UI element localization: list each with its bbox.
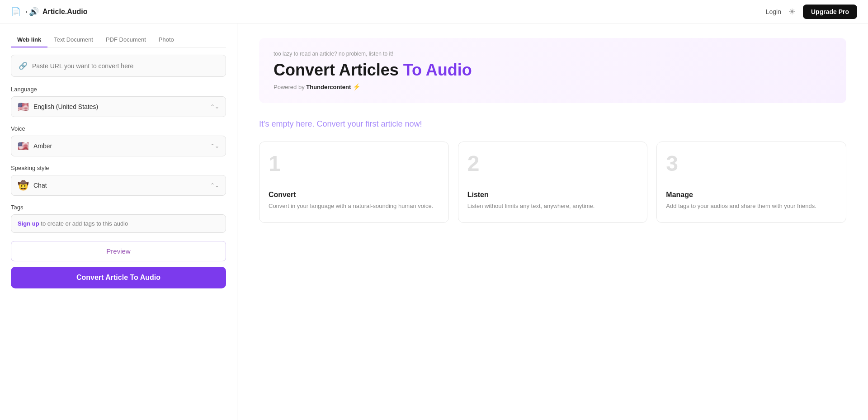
speaking-style-label: Speaking style: [11, 165, 226, 171]
language-section: Language 🇺🇸 English (United States) ⌃⌄: [11, 86, 226, 117]
tags-label: Tags: [11, 204, 226, 211]
voice-select-wrapper[interactable]: 🇺🇸 Amber ⌃⌄: [11, 136, 226, 156]
card-desc-listen: Listen without limits any text, anywhere…: [467, 202, 638, 211]
link-icon: 🔗: [19, 61, 28, 70]
main-layout: Web link Text Document PDF Document Phot…: [0, 24, 868, 420]
hero-title-purple: To Audio: [403, 61, 472, 79]
url-input-wrapper: 🔗: [11, 55, 226, 77]
hero-title: Convert Articles To Audio: [274, 61, 832, 80]
card-title-convert: Convert: [269, 191, 439, 199]
hero-banner: too lazy to read an article? no problem,…: [259, 38, 846, 103]
logo-text: Article.Audio: [42, 8, 88, 16]
hero-tagline: too lazy to read an article? no problem,…: [274, 51, 832, 57]
voice-chevron-icon: ⌃⌄: [210, 143, 219, 149]
right-panel: too lazy to read an article? no problem,…: [237, 24, 868, 420]
thunder-emoji: ⚡: [353, 83, 360, 90]
hero-title-black: Convert Articles: [274, 61, 399, 79]
speaking-style-emoji: 🤠: [18, 180, 29, 191]
feature-cards: 1 Convert Convert in your language with …: [259, 142, 846, 223]
empty-state-message: It's empty here. Convert your first arti…: [259, 119, 846, 129]
tab-web-link[interactable]: Web link: [11, 33, 47, 47]
voice-label: Voice: [11, 125, 226, 132]
powered-by-label: Powered by: [274, 84, 305, 90]
language-select[interactable]: English (United States): [33, 103, 206, 110]
feature-card-convert: 1 Convert Convert in your language with …: [259, 142, 449, 223]
tags-box: Sign up to create or add tags to this au…: [11, 214, 226, 233]
card-title-listen: Listen: [467, 191, 638, 199]
tags-description: to create or add tags to this audio: [39, 220, 128, 227]
language-chevron-icon: ⌃⌄: [210, 104, 219, 110]
input-type-tabs: Web link Text Document PDF Document Phot…: [11, 33, 226, 47]
left-panel: Web link Text Document PDF Document Phot…: [0, 24, 237, 420]
speaking-style-chevron-icon: ⌃⌄: [210, 182, 219, 189]
feature-card-listen: 2 Listen Listen without limits any text,…: [458, 142, 648, 223]
feature-card-manage: 3 Manage Add tags to your audios and sha…: [656, 142, 846, 223]
language-flag: 🇺🇸: [18, 101, 29, 112]
header: 📄→🔊 Article.Audio Login ☀ Upgrade Pro: [0, 0, 868, 24]
speaking-style-select-wrapper[interactable]: 🤠 Chat ⌃⌄: [11, 175, 226, 196]
card-number-3: 3: [666, 153, 837, 175]
speaking-style-section: Speaking style 🤠 Chat ⌃⌄: [11, 165, 226, 196]
preview-button[interactable]: Preview: [11, 241, 226, 261]
convert-button[interactable]: Convert Article To Audio: [11, 267, 226, 288]
tab-pdf-document[interactable]: PDF Document: [99, 33, 152, 47]
tags-sign-up-link[interactable]: Sign up: [18, 220, 39, 227]
url-input[interactable]: [32, 62, 218, 70]
theme-toggle-button[interactable]: ☀: [788, 7, 796, 17]
card-title-manage: Manage: [666, 191, 837, 199]
language-select-wrapper[interactable]: 🇺🇸 English (United States) ⌃⌄: [11, 96, 226, 117]
voice-section: Voice 🇺🇸 Amber ⌃⌄: [11, 125, 226, 156]
logo-area: 📄→🔊 Article.Audio: [11, 7, 88, 17]
voice-flag: 🇺🇸: [18, 141, 29, 151]
card-desc-manage: Add tags to your audios and share them w…: [666, 202, 837, 211]
logo-icon: 📄→🔊: [11, 7, 39, 17]
header-right: Login ☀ Upgrade Pro: [766, 5, 857, 19]
voice-select[interactable]: Amber: [33, 142, 206, 150]
tags-section: Tags Sign up to create or add tags to th…: [11, 204, 226, 233]
language-label: Language: [11, 86, 226, 93]
login-button[interactable]: Login: [766, 8, 781, 15]
card-number-1: 1: [269, 153, 439, 175]
tab-text-document[interactable]: Text Document: [47, 33, 99, 47]
speaking-style-select[interactable]: Chat: [33, 182, 206, 189]
hero-powered-by: Powered by Thundercontent ⚡: [274, 83, 832, 90]
card-number-2: 2: [467, 153, 638, 175]
thundercontent-link[interactable]: Thundercontent: [306, 84, 351, 90]
tab-photo[interactable]: Photo: [152, 33, 180, 47]
upgrade-pro-button[interactable]: Upgrade Pro: [803, 5, 857, 19]
card-desc-convert: Convert in your language with a natural-…: [269, 202, 439, 211]
